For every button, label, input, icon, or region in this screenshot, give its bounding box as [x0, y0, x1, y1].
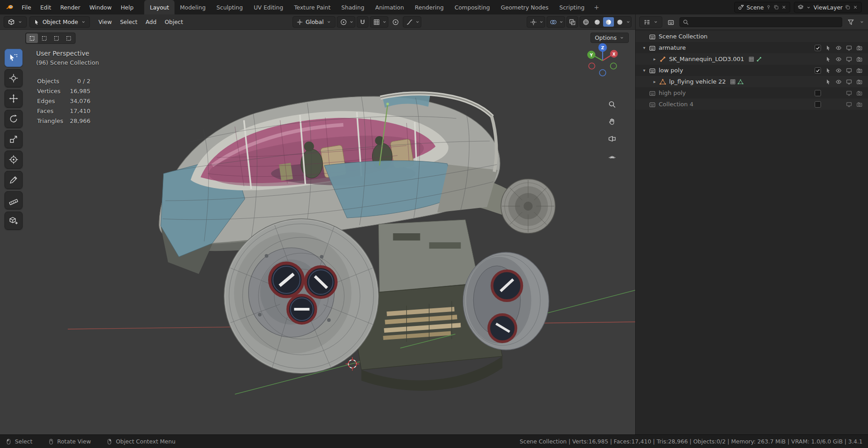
- add-workspace-button[interactable]: +: [590, 0, 604, 14]
- search-input[interactable]: [691, 19, 839, 25]
- selectable-toggle[interactable]: [823, 56, 833, 62]
- select-mode-intersect-button[interactable]: [63, 33, 75, 43]
- tab-rendering[interactable]: Rendering: [410, 0, 449, 14]
- select-mode-subtract-button[interactable]: [51, 33, 62, 43]
- selectable-toggle[interactable]: [823, 79, 833, 85]
- camera-view-button[interactable]: [606, 133, 618, 145]
- tab-animation[interactable]: Animation: [370, 0, 410, 14]
- outliner-editor-button[interactable]: [639, 16, 662, 28]
- scale-tool[interactable]: [5, 130, 23, 148]
- tab-texture-paint[interactable]: Texture Paint: [288, 0, 336, 14]
- transform-tool[interactable]: [5, 151, 23, 169]
- move-tool[interactable]: [5, 90, 23, 108]
- rotate-tool[interactable]: [5, 110, 23, 128]
- menu-help[interactable]: Help: [116, 0, 138, 14]
- render-disable-toggle[interactable]: [854, 67, 864, 74]
- xray-toggle-button[interactable]: [566, 16, 578, 28]
- flying-vehicle-model[interactable]: [159, 92, 555, 391]
- render-disable-toggle[interactable]: [854, 101, 864, 108]
- shading-solid-button[interactable]: [592, 17, 603, 27]
- menu-object[interactable]: Object: [160, 19, 187, 25]
- render-disable-toggle[interactable]: [854, 45, 864, 51]
- tab-modeling[interactable]: Modeling: [175, 0, 211, 14]
- measure-tool[interactable]: [5, 191, 23, 209]
- annotate-tool[interactable]: [5, 171, 23, 189]
- outliner-row-scene-collection[interactable]: Scene Collection: [636, 31, 868, 42]
- mode-dropdown[interactable]: Object Mode: [29, 16, 90, 28]
- viewport-disable-toggle[interactable]: [844, 45, 854, 51]
- selectable-toggle[interactable]: [823, 45, 833, 51]
- collection-checkbox[interactable]: [815, 90, 821, 96]
- copy-icon[interactable]: [774, 5, 779, 10]
- ortho-toggle-button[interactable]: [606, 150, 618, 162]
- navigation-gizmo[interactable]: Z Y X: [585, 42, 621, 77]
- select-box-tool[interactable]: [5, 49, 23, 67]
- gizmo-x-label[interactable]: X: [613, 52, 616, 57]
- outliner-row-armature-collection[interactable]: ▾ armature: [636, 42, 868, 53]
- tab-geometry-nodes[interactable]: Geometry Nodes: [495, 0, 554, 14]
- gizmo-z-label[interactable]: Z: [601, 45, 604, 50]
- pin-icon[interactable]: [766, 5, 771, 10]
- show-gizmos-dropdown[interactable]: [527, 16, 545, 28]
- proportional-editing-button[interactable]: [390, 16, 401, 28]
- falloff-dropdown[interactable]: [403, 16, 421, 28]
- outliner-row-sk-mannequin[interactable]: ▸ SK_Mannequin_LOD3.001: [636, 53, 868, 65]
- tab-compositing[interactable]: Compositing: [449, 0, 495, 14]
- select-mode-new-button[interactable]: [26, 33, 38, 43]
- shading-wireframe-button[interactable]: [580, 17, 591, 27]
- menu-edit[interactable]: Edit: [36, 0, 56, 14]
- show-overlays-dropdown[interactable]: [547, 16, 565, 28]
- menu-add[interactable]: Add: [142, 19, 160, 25]
- snap-settings-dropdown[interactable]: [370, 16, 388, 28]
- disclosure-triangle[interactable]: ▸: [651, 57, 658, 61]
- viewport-disable-toggle[interactable]: [844, 101, 854, 108]
- viewport-3d[interactable]: User Perspective (96) Scene Collection O…: [0, 30, 635, 434]
- tab-scripting[interactable]: Scripting: [554, 0, 590, 14]
- shading-material-button[interactable]: [603, 17, 614, 27]
- pivot-point-dropdown[interactable]: [337, 16, 355, 28]
- viewlayer-selector[interactable]: ViewLayer: [794, 2, 862, 13]
- outliner-display-mode-button[interactable]: [665, 16, 677, 28]
- select-mode-extend-button[interactable]: [38, 33, 50, 43]
- render-disable-toggle[interactable]: [854, 90, 864, 96]
- editor-type-button[interactable]: [4, 16, 27, 28]
- close-icon[interactable]: [853, 5, 858, 10]
- blender-menu-button[interactable]: [3, 0, 17, 14]
- orientation-dropdown[interactable]: Global: [292, 16, 335, 28]
- outliner-row-low-poly-collection[interactable]: ▾ low poly: [636, 65, 868, 76]
- menu-select[interactable]: Select: [116, 19, 142, 25]
- collection-checkbox[interactable]: [815, 45, 821, 51]
- viewport-disable-toggle[interactable]: [844, 56, 854, 62]
- render-disable-toggle[interactable]: [854, 56, 864, 62]
- menu-window[interactable]: Window: [85, 0, 116, 14]
- scene-selector[interactable]: Scene: [734, 2, 790, 13]
- pan-button[interactable]: [606, 116, 618, 127]
- add-cube-tool[interactable]: [5, 212, 23, 230]
- disclosure-triangle[interactable]: ▾: [641, 68, 647, 73]
- shading-rendered-button[interactable]: [614, 17, 625, 27]
- cursor-tool[interactable]: [5, 69, 23, 87]
- hide-toggle[interactable]: [833, 45, 844, 51]
- outliner-row-lp-flying-vehicle[interactable]: ▸ lp_flying vehicle 22: [636, 76, 868, 87]
- collection-checkbox[interactable]: [815, 67, 821, 74]
- menu-render[interactable]: Render: [56, 0, 85, 14]
- viewport-disable-toggle[interactable]: [844, 90, 854, 96]
- viewport-disable-toggle[interactable]: [844, 67, 854, 74]
- hide-toggle[interactable]: [833, 67, 844, 74]
- selectable-toggle[interactable]: [823, 67, 833, 74]
- zoom-button[interactable]: [606, 99, 618, 110]
- viewport-disable-toggle[interactable]: [844, 79, 854, 85]
- outliner-row-high-poly-collection[interactable]: high poly: [636, 87, 868, 99]
- filter-button[interactable]: [845, 16, 857, 28]
- outliner-search[interactable]: [679, 17, 842, 27]
- tab-sculpting[interactable]: Sculpting: [211, 0, 248, 14]
- render-disable-toggle[interactable]: [854, 79, 864, 85]
- chevron-down-icon[interactable]: [859, 19, 864, 24]
- snap-toggle-button[interactable]: [357, 16, 368, 28]
- tab-layout[interactable]: Layout: [144, 0, 175, 14]
- menu-file[interactable]: File: [17, 0, 36, 14]
- options-dropdown[interactable]: Options: [590, 33, 629, 43]
- disclosure-triangle[interactable]: ▾: [641, 45, 647, 50]
- collection-checkbox[interactable]: [815, 101, 821, 108]
- hide-toggle[interactable]: [833, 79, 844, 85]
